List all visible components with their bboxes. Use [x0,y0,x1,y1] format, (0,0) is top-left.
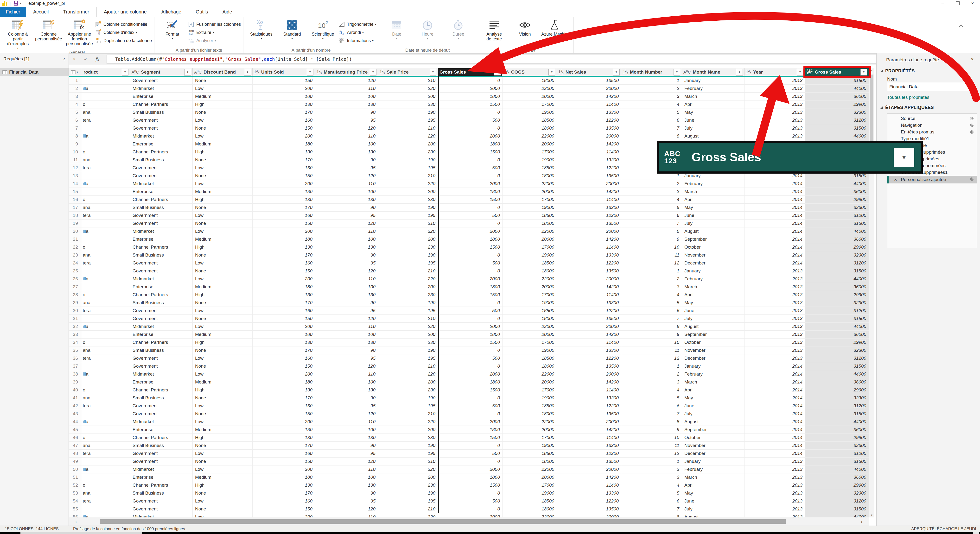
query-item-financial-data[interactable]: Financial Data [0,68,68,76]
table-lightning-button[interactable]: Colonne à partird'exemples▾ [2,18,33,50]
information-button[interactable]: 1−3+Informations▾ [338,37,376,45]
all-properties-link[interactable]: Toutes les propriétés [887,95,929,100]
column-filter-icon[interactable]: ▼ [370,69,377,75]
calendar-button[interactable]: Date▾ [381,18,412,40]
step-settings-gear-icon[interactable] [969,116,974,122]
column-filter-icon[interactable]: ▼ [244,69,251,75]
column-filter-icon[interactable]: ▼ [549,69,555,75]
query-name-input[interactable] [887,83,973,91]
tab-outils[interactable]: Outils [189,7,215,17]
delete-step-icon[interactable]: × [894,177,897,183]
tab-transformer[interactable]: Transformer [56,7,97,17]
column-filter-icon[interactable]: ▼ [430,69,436,75]
scroll-right-icon[interactable]: › [854,519,869,524]
column-header-manufacturing_price[interactable]: 123Manufacturing Price▼ [315,68,378,76]
quick-access-caret-icon[interactable]: ▼ [19,2,22,5]
status-profiling[interactable]: Profilage de la colonne en fonction des … [73,526,185,531]
applied-step-personnalis-e-ajout-e[interactable]: ×Personnalisée ajoutée [888,176,977,183]
column-filter-icon[interactable]: ▼ [184,69,191,75]
text-analytics-button[interactable]: Analysede texte [479,18,509,41]
applied-step-en-t-tes-promus[interactable]: En-têtes promus [888,129,977,135]
cell-month_name: September [682,331,745,339]
restore-button[interactable] [950,0,965,7]
cell-gross_sales: 31500 [805,124,869,132]
column-header-segment[interactable]: ABCSegment▼ [130,68,192,76]
column-filter-icon[interactable]: ▼ [613,69,620,75]
vertical-scrollbar[interactable]: ▴ ▾ [869,68,874,517]
clock-button[interactable]: Heure▾ [412,18,443,40]
trigonometry-button[interactable]: Trigonométrie▾ [338,20,376,29]
merge-columns-button[interactable]: Fusionner les colonnes [188,20,241,29]
column-filter-icon[interactable]: ▼ [673,69,680,75]
tab-affichage[interactable]: Affichage [154,7,189,17]
column-filter-icon[interactable]: ▼ [736,69,743,75]
column-header-discounts[interactable]: Gross Sales▼ [438,68,503,76]
column-filter-icon[interactable]: ▼ [494,69,501,75]
index-column-button[interactable]: 123 Colonne d'index▾ [95,29,152,37]
button-label: Extraire [196,30,211,35]
column-filter-icon[interactable]: ▼ [122,69,129,75]
column-filter-icon[interactable]: ▼ [307,69,313,75]
collapse-ribbon-icon[interactable] [959,24,963,28]
horizontal-scrollbar-thumb[interactable] [100,519,786,524]
column-filter-icon[interactable]: ▼ [797,69,803,75]
cell-year: 2013 [745,116,805,124]
column-header-units_sold[interactable]: 123Units Sold▼ [253,68,315,76]
cell-year: 2013 [745,339,805,346]
column-header-sale_price[interactable]: 123Sale Price▼ [378,68,438,76]
step-settings-gear-icon[interactable] [969,177,974,183]
column-header-year[interactable]: 123Year▼ [745,68,805,76]
svg-text:10: 10 [318,22,326,29]
tab-aide[interactable]: Aide [215,7,239,17]
tab-fichier[interactable]: Fichier [0,7,26,17]
table-fx-button[interactable]: fx Appeler une fonctionpersonnalisée [64,18,95,46]
rounding-button[interactable]: .00.0Arrondi▾ [338,29,376,37]
cell-cogs: 18000 [503,77,557,85]
conditional-column-button[interactable]: ≠ Colonne conditionnelle [95,20,152,29]
tab-accueil[interactable]: Accueil [26,7,56,17]
applied-step-source[interactable]: Source [888,115,977,122]
close-button[interactable]: × [965,0,980,7]
cell-month_number: 4 [621,386,682,394]
table-star-button[interactable]: Colonnepersonnalisée [33,18,64,41]
column-header-net_sales[interactable]: 123Net Sales▼ [557,68,621,76]
scroll-down-icon[interactable]: ▾ [869,513,874,517]
cell-sale_price: 190 [378,489,438,497]
column-header-month_number[interactable]: 123Month Number▼ [621,68,682,76]
collapse-queries-pane-icon[interactable]: ‹ [63,56,65,62]
stopwatch-button[interactable]: Durée▾ [443,18,474,40]
cell-manufacturing_price: 110 [315,466,378,474]
commit-formula-icon[interactable]: ✓ [80,56,92,62]
select-all-corner[interactable]: ▼ [69,68,82,76]
step-settings-gear-icon[interactable] [969,123,974,129]
scroll-left-icon[interactable]: ‹ [69,519,83,524]
minimize-button[interactable]: – [935,0,950,7]
duplicate-column-button[interactable]: Duplication de la colonne [95,37,152,45]
tab-ajouter-une-colonne[interactable]: Ajouter une colonne [97,7,154,17]
cell-gross_sales: 36000 [805,283,869,291]
properties-section-header[interactable]: PROPRIÉTÉS [880,68,915,73]
applied-step-navigation[interactable]: Navigation [888,122,977,129]
cancel-formula-icon[interactable]: × [68,56,80,62]
save-icon[interactable] [14,1,18,6]
column-header-discount_band[interactable]: ABCDiscount Band▼ [192,68,253,76]
formula-input[interactable]: = Table.AddColumn(#"Colonnes supprimées1… [107,54,876,64]
cell-month_name: August [682,418,745,426]
step-settings-gear-icon[interactable] [969,130,974,136]
panel-close-icon[interactable]: × [970,56,974,62]
cell-cogs: 19000 [503,442,557,450]
azure-ml-flask-button[interactable]: Azure MachineLearning [540,18,571,41]
scientific-10-2-button[interactable]: 102Scientifique▾ [307,18,338,40]
standard-operators-button[interactable]: +−÷×Standard▾ [277,18,307,40]
format-abc-button[interactable]: ABCFormat▾ [157,18,188,40]
column-header-month_name[interactable]: ABCMonth Name▼ [682,68,745,76]
extract-abc123-button[interactable]: ABC123Extraire▾ [188,29,241,37]
statistics-sigma-button[interactable]: ΧσΣStatistiques▾ [246,18,277,40]
parse-button[interactable]: abcAnalyser▾ [188,37,241,45]
horizontal-scrollbar[interactable]: ‹ › [69,517,869,526]
column-header-product[interactable]: roduct▼ [82,68,130,76]
cell-discounts: 2000 [438,85,503,92]
applied-steps-section-header[interactable]: ÉTAPES APPLIQUÉES [880,105,934,110]
vision-eye-button[interactable]: Vision [509,18,540,37]
column-header-cogs[interactable]: 123COGS▼ [503,68,557,76]
